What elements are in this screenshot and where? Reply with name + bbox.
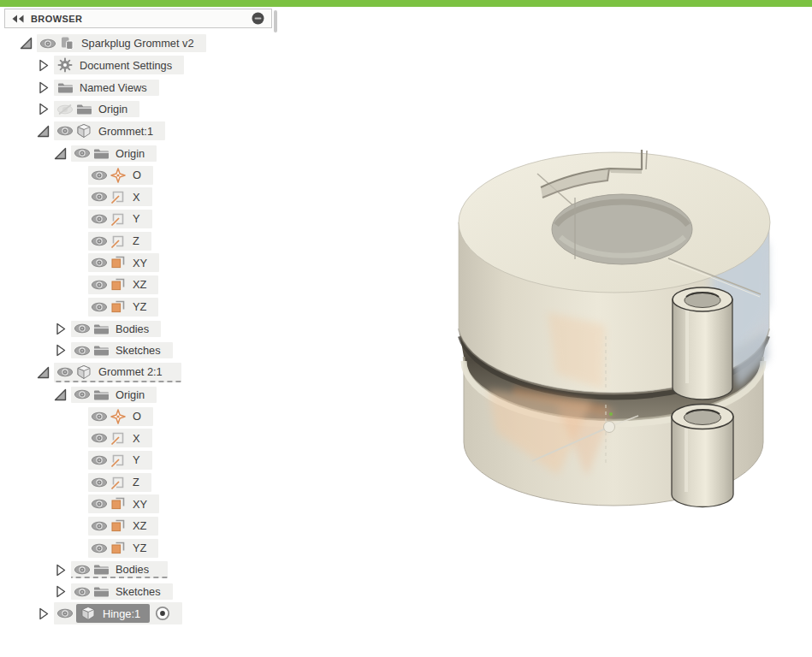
expander-expanded-icon[interactable]: [54, 147, 71, 160]
visibility-eye-icon[interactable]: [56, 607, 74, 619]
row-highlight: Sketches: [71, 342, 173, 358]
axis-icon: [109, 453, 127, 468]
tree-row-named-views[interactable]: Named Views: [0, 76, 308, 98]
tree-item-label: Origin: [116, 388, 145, 401]
visibility-eye-hidden-icon[interactable]: [56, 104, 74, 115]
tree-item-label: Named Views: [80, 81, 147, 94]
row-highlight: Bodies: [71, 321, 161, 337]
tree-row-yz[interactable]: YZ: [0, 296, 308, 318]
row-highlight: X: [88, 187, 152, 206]
collapse-panel-icon[interactable]: [12, 15, 24, 23]
visibility-eye-icon[interactable]: [90, 432, 109, 444]
visibility-eye-icon[interactable]: [90, 235, 109, 247]
tree-item-label: O: [133, 410, 141, 423]
tree-row-xy[interactable]: XY: [0, 252, 308, 274]
folder-icon: [56, 81, 74, 94]
visibility-eye-icon[interactable]: [90, 191, 109, 203]
tree-row-z[interactable]: Z: [0, 471, 308, 494]
row-highlight: Origin: [71, 145, 157, 162]
visibility-eye-icon[interactable]: [90, 411, 109, 423]
tree-row-grommet-1[interactable]: Grommet:1: [0, 121, 308, 143]
row-highlight: Sketches: [71, 583, 173, 600]
expander-collapsed-icon[interactable]: [54, 585, 71, 598]
expander-collapsed-icon[interactable]: [54, 323, 71, 335]
tree-row-y[interactable]: Y: [0, 208, 308, 230]
tree-row-o[interactable]: O: [0, 164, 308, 186]
plane-icon: [109, 299, 127, 315]
tree-item-label: YZ: [133, 542, 146, 554]
tree-row-yz[interactable]: YZ: [0, 537, 308, 559]
panel-options-icon[interactable]: [252, 12, 264, 25]
row-highlight: O: [88, 407, 153, 426]
visibility-eye-icon[interactable]: [90, 520, 109, 532]
folder-icon: [92, 147, 110, 160]
tree-row-document-settings[interactable]: Document Settings: [0, 55, 308, 77]
visibility-eye-icon[interactable]: [90, 498, 109, 510]
expander-collapsed-icon[interactable]: [37, 607, 54, 620]
tree-item-label: Z: [133, 476, 139, 488]
model-hinge-knuckle-upper[interactable]: [673, 287, 732, 400]
visibility-eye-icon[interactable]: [56, 366, 74, 378]
row-highlight: Document Settings: [54, 56, 184, 74]
row-highlight: Grommet 2:1: [54, 363, 181, 382]
tree-item-label: Sketches: [116, 585, 161, 598]
panel-scrollbar-thumb[interactable]: [274, 10, 277, 33]
plane-icon: [109, 255, 127, 270]
visibility-eye-icon[interactable]: [73, 388, 92, 400]
visibility-eye-icon[interactable]: [90, 257, 109, 269]
visibility-eye-icon[interactable]: [73, 564, 92, 576]
visibility-eye-icon[interactable]: [90, 169, 109, 181]
expander-collapsed-icon[interactable]: [37, 103, 54, 115]
tree-row-origin[interactable]: Origin: [0, 383, 308, 405]
expander-collapsed-icon[interactable]: [54, 344, 71, 357]
expander-expanded-icon[interactable]: [54, 388, 71, 401]
activate-component-radio[interactable]: [155, 606, 170, 621]
visibility-eye-icon[interactable]: [90, 301, 109, 313]
tree-row-y[interactable]: Y: [0, 449, 308, 471]
visibility-eye-icon[interactable]: [90, 542, 109, 554]
tree-row-xy[interactable]: XY: [0, 493, 308, 515]
tree-row-bodies[interactable]: Bodies: [0, 317, 308, 340]
row-highlight: Z: [88, 232, 151, 251]
visibility-eye-icon[interactable]: [73, 345, 92, 357]
row-highlight: XZ: [88, 275, 158, 294]
tree-row-origin[interactable]: Origin: [0, 142, 308, 164]
visibility-eye-icon[interactable]: [90, 454, 109, 466]
visibility-eye-icon[interactable]: [90, 213, 109, 225]
tree-item-label: Grommet 2:1: [98, 365, 163, 378]
tree-row-x[interactable]: X: [0, 186, 308, 208]
visibility-eye-icon[interactable]: [90, 279, 109, 291]
tree-row-hinge-1[interactable]: Hinge:1: [0, 603, 308, 625]
row-highlight: YZ: [88, 539, 158, 558]
tree-row-xz[interactable]: XZ: [0, 274, 308, 296]
expander-expanded-icon[interactable]: [37, 366, 54, 379]
tree-row-x[interactable]: X: [0, 428, 308, 450]
tree-row-sparkplug-grommet-v2[interactable]: Sparkplug Grommet v2: [0, 33, 308, 55]
tree-row-grommet-2-1[interactable]: Grommet 2:1: [0, 362, 308, 384]
viewport-canvas[interactable]: [282, 7, 812, 657]
expander-expanded-icon[interactable]: [20, 37, 37, 50]
selected-item-pill: Hinge:1: [76, 604, 150, 623]
tree-row-sketches[interactable]: Sketches: [0, 340, 308, 362]
tree-row-o[interactable]: O: [0, 405, 308, 428]
expander-collapsed-icon[interactable]: [37, 81, 54, 94]
model-hinge-knuckle-lower[interactable]: [672, 405, 733, 507]
origin-point-icon: [109, 409, 127, 424]
visibility-eye-icon[interactable]: [56, 125, 74, 137]
tree-row-sketches[interactable]: Sketches: [0, 581, 308, 603]
visibility-eye-icon[interactable]: [73, 147, 92, 159]
tree-row-origin[interactable]: Origin: [0, 98, 308, 121]
tree-row-z[interactable]: Z: [0, 230, 308, 252]
tree-item-label: Sparkplug Grommet v2: [81, 37, 194, 50]
expander-collapsed-icon[interactable]: [54, 564, 71, 577]
tree-row-xz[interactable]: XZ: [0, 515, 308, 537]
visibility-eye-icon[interactable]: [73, 323, 92, 334]
visibility-eye-icon[interactable]: [73, 586, 92, 598]
expander-expanded-icon[interactable]: [37, 125, 54, 138]
tree-row-bodies[interactable]: Bodies: [0, 559, 308, 581]
visibility-eye-icon[interactable]: [39, 38, 57, 50]
visibility-eye-icon[interactable]: [90, 476, 109, 488]
folder-icon: [92, 563, 110, 576]
expander-collapsed-icon[interactable]: [37, 59, 54, 72]
folder-icon: [74, 103, 93, 115]
